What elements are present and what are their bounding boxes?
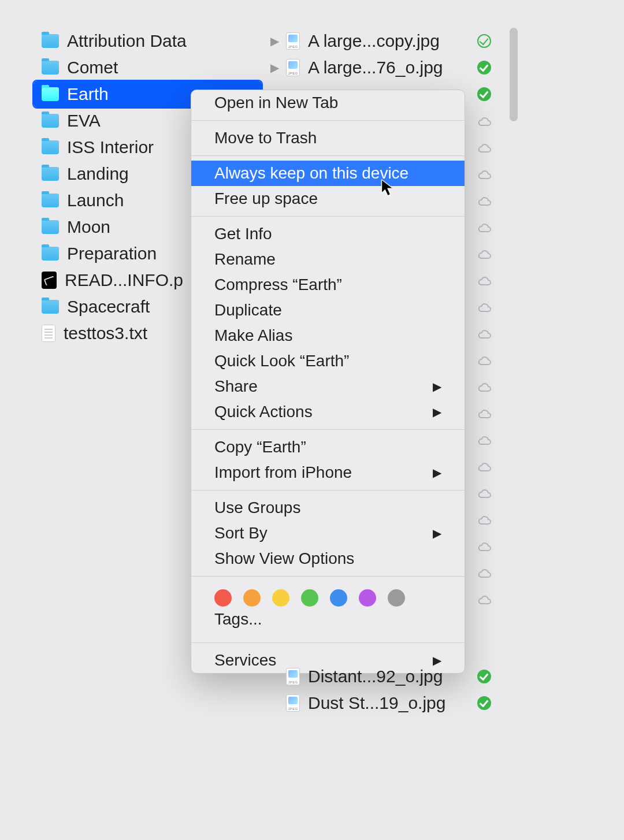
menu-label: Make Alias [214,326,292,345]
menu-share[interactable]: Share [191,374,465,399]
menu-label: Open in New Tab [214,94,338,112]
cloud-icon [477,114,491,128]
tag-purple[interactable] [359,589,376,607]
menu-label: Use Groups [214,499,300,517]
menu-label: Compress “Earth” [214,276,342,294]
chevron-right-icon[interactable]: ▶ [270,61,279,75]
folder-icon [42,61,59,75]
file-label: testtos3.txt [64,324,147,343]
folder-label: Landing [67,164,129,184]
sync-ok-filled-icon [477,87,491,101]
submenu-arrow-icon [433,405,441,419]
jpeg-icon [286,668,300,685]
folder-label: ISS Interior [67,137,154,157]
menu-label: Quick Actions [214,403,313,421]
jpeg-icon [286,694,300,712]
folder-label: Comet [67,58,118,77]
menu-label: Copy “Earth” [214,438,306,456]
file-label: Distant...92_o.jpg [308,667,500,686]
tag-orange[interactable] [243,589,261,607]
sync-status-column-bottom [473,663,496,716]
menu-use-groups[interactable]: Use Groups [191,495,465,521]
cloud-icon [477,273,491,287]
folder-label: Attribution Data [67,31,187,51]
cloud-icon [477,459,491,473]
menu-separator [191,216,465,217]
folder-icon [42,300,59,314]
menu-label: Move to Trash [214,129,317,147]
menu-label: Get Info [214,225,272,243]
file-row[interactable]: Dust St...19_o.jpg [286,690,500,716]
file-label: Dust St...19_o.jpg [308,693,500,713]
menu-label: Sort By [214,524,268,542]
menu-quick-actions[interactable]: Quick Actions [191,399,465,425]
tag-yellow[interactable] [272,589,289,607]
cloud-icon [477,512,491,526]
menu-duplicate[interactable]: Duplicate [191,298,465,323]
submenu-arrow-icon [433,466,441,480]
menu-separator [191,120,465,121]
cloud-icon [477,326,491,340]
menu-tags[interactable]: Tags... [191,607,465,638]
file-column: A large...copy.jpg A large...76_o.jpg [286,28,500,81]
pdf-icon [42,272,57,289]
cloud-icon [477,220,491,234]
tags-row [191,581,465,607]
cloud-icon [477,300,491,314]
jpeg-icon [286,59,300,76]
menu-open-new-tab[interactable]: Open in New Tab [191,90,465,116]
cloud-icon [477,592,491,606]
file-row[interactable]: A large...copy.jpg [286,28,500,54]
menu-label: Tags... [214,610,262,628]
menu-get-info[interactable]: Get Info [191,221,465,247]
cloud-icon [477,539,491,553]
file-row[interactable]: A large...76_o.jpg [286,54,500,81]
folder-icon [42,87,59,101]
cloud-icon [477,353,491,367]
sync-ok-filled-icon [477,696,491,710]
menu-separator [191,429,465,430]
menu-label: Free up space [214,189,318,208]
menu-make-alias[interactable]: Make Alias [191,323,465,348]
menu-label: Rename [214,250,276,269]
menu-label: Quick Look “Earth” [214,352,349,370]
submenu-arrow-icon [433,380,441,393]
sync-ok-filled-icon [477,61,491,75]
menu-copy[interactable]: Copy “Earth” [191,434,465,460]
menu-rename[interactable]: Rename [191,247,465,272]
folder-icon [42,167,59,181]
menu-show-view-options[interactable]: Show View Options [191,546,465,571]
menu-label: Import from iPhone [214,463,352,482]
menu-import-iphone[interactable]: Import from iPhone [191,460,465,485]
tag-blue[interactable] [330,589,347,607]
folder-label: Launch [67,191,124,210]
menu-quick-look[interactable]: Quick Look “Earth” [191,348,465,374]
menu-move-to-trash[interactable]: Move to Trash [191,125,465,151]
folder-row[interactable]: Attribution Data ▶ [34,28,262,54]
tag-green[interactable] [301,589,318,607]
cloud-icon [477,566,491,579]
context-menu: Open in New Tab Move to Trash Always kee… [191,90,465,674]
folder-icon [42,114,59,128]
menu-sort-by[interactable]: Sort By [191,521,465,546]
cloud-icon [477,247,491,261]
folder-icon [42,247,59,261]
menu-free-up-space[interactable]: Free up space [191,186,465,211]
folder-label: Spacecraft [67,297,150,317]
menu-always-keep-device[interactable]: Always keep on this device [191,161,465,186]
folder-icon [42,194,59,207]
tag-gray[interactable] [388,589,405,607]
menu-compress[interactable]: Compress “Earth” [191,272,465,298]
menu-separator [191,642,465,643]
tag-red[interactable] [214,589,232,607]
menu-label: Services [214,651,276,670]
scrollbar-thumb[interactable] [510,28,518,121]
folder-label: Preparation [67,244,157,263]
cloud-icon [477,406,491,420]
cloud-icon [477,194,491,207]
folder-row[interactable]: Comet ▶ [34,54,262,81]
file-label: A large...76_o.jpg [308,58,500,77]
chevron-right-icon[interactable]: ▶ [270,34,279,48]
file-row[interactable]: Distant...92_o.jpg [286,663,500,690]
folder-label: EVA [67,111,101,131]
